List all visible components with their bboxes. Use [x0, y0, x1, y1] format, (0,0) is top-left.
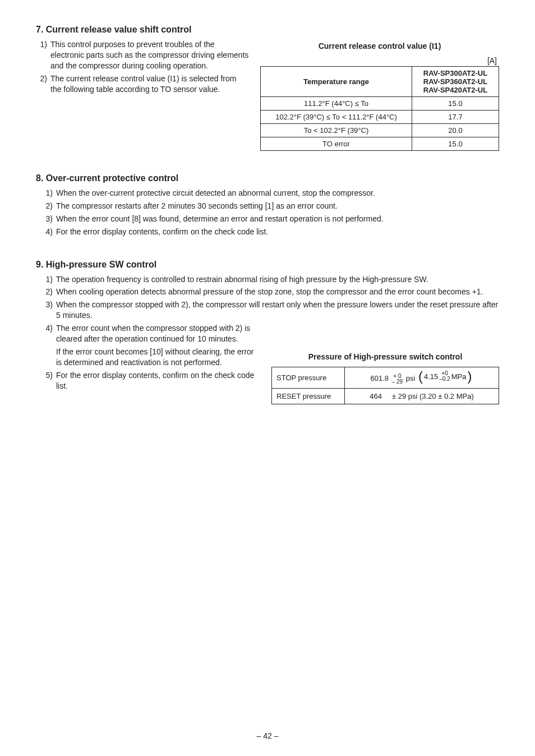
section-9: 9. High-pressure SW control 1) The opera…: [36, 260, 499, 404]
list-num: 5): [41, 370, 56, 391]
pressure-main: 601.8: [370, 374, 389, 382]
section-9-left: 4) The error count when the compressor s…: [36, 323, 271, 404]
list-body: The operation frequency is controlled to…: [56, 274, 499, 285]
section-7-table-area: Current release control value (I1) [A] T…: [260, 39, 499, 151]
list-num: 1): [36, 39, 50, 71]
list-item: 2) When cooling operation detects abnorm…: [41, 287, 499, 297]
pressure-paren-tol: +0 –0.2: [439, 371, 450, 382]
section-7: 7. Current release value shift control 1…: [36, 25, 499, 151]
pressure-stop-value: 601.8 + 0 – 29 psi ( 4.15 +0 –0.2: [345, 367, 499, 389]
table-cell: 111.2°F (44°C) ≤ To: [261, 97, 412, 110]
table-cell: To < 102.2°F (39°C): [261, 124, 412, 137]
table-7-title: Current release control value (I1): [260, 42, 499, 50]
list-body: When the compressor stopped with 2), the…: [56, 299, 499, 321]
list-body: The compressor restarts after 2 minutes …: [56, 201, 499, 211]
list-item: 2) The compressor restarts after 2 minut…: [41, 201, 499, 211]
pressure-paren: ( 4.15 +0 –0.2 MPa ): [417, 371, 473, 382]
pressure-title: Pressure of High-pressure switch control: [271, 352, 499, 361]
paren-right-icon: ): [467, 371, 473, 382]
table-row: Temperature range RAV-SP300AT2-UL RAV-SP…: [261, 67, 499, 97]
pressure-paren-main: 4.15: [424, 372, 438, 381]
list-body: The current release control value (I1) i…: [50, 73, 249, 95]
table-header-line: RAV-SP420AT2-UL: [416, 86, 495, 94]
list-num: 3): [41, 299, 56, 321]
list-item: 2) The current release control value (I1…: [36, 73, 249, 95]
list-body: When the over-current protective circuit…: [56, 188, 499, 199]
list-num: 1): [41, 188, 56, 199]
section-8: 8. Over-current protective control 1) Wh…: [36, 173, 499, 237]
list-item: 3) When the compressor stopped with 2), …: [41, 299, 499, 321]
table-header-line: RAV-SP300AT2-UL: [416, 69, 495, 77]
pressure-reset-label: RESET pressure: [272, 388, 345, 404]
table-7: Temperature range RAV-SP300AT2-UL RAV-SP…: [260, 66, 499, 151]
table-header: RAV-SP300AT2-UL RAV-SP360AT2-UL RAV-SP42…: [412, 67, 499, 97]
list-item: 1) The operation frequency is controlled…: [41, 274, 499, 285]
section-7-list: 1) This control purposes to prevent trou…: [36, 39, 260, 151]
table-header: Temperature range: [261, 67, 412, 97]
pressure-unit: psi: [406, 374, 416, 382]
table-cell: 20.0: [412, 124, 499, 137]
pressure-paren-unit: MPa: [451, 372, 467, 381]
list-num: 4): [41, 227, 56, 237]
list-body: For the error display contents, confirm …: [56, 370, 260, 391]
list-item: 3) When the error count [8] was found, d…: [41, 214, 499, 224]
pressure-table: STOP pressure 601.8 + 0 – 29 psi ( 4.15: [271, 367, 499, 404]
section-9-right: Pressure of High-pressure switch control…: [271, 323, 499, 404]
list-item: 4) The error count when the compressor s…: [41, 323, 260, 368]
table-row: STOP pressure 601.8 + 0 – 29 psi ( 4.15: [272, 367, 499, 389]
table-row: TO error 15.0: [261, 137, 499, 151]
list-item: 4) For the error display contents, confi…: [41, 227, 499, 237]
pressure-stop-label: STOP pressure: [272, 367, 345, 389]
list-body: The error count when the compressor stop…: [56, 323, 260, 368]
table-cell: 15.0: [412, 137, 499, 151]
pressure-reset-value: 464 ± 29 psi (3.20 ± 0.2 MPa): [345, 388, 499, 404]
paren-left-icon: (: [417, 371, 424, 382]
table-7-unit: [A]: [260, 54, 499, 66]
table-header-line: RAV-SP360AT2-UL: [416, 77, 495, 86]
list-body: For the error display contents, confirm …: [56, 227, 499, 237]
list-item: 1) This control purposes to prevent trou…: [36, 39, 249, 71]
list-num: 2): [41, 287, 56, 297]
section-9-title: 9. High-pressure SW control: [36, 260, 499, 270]
pressure-tol-bot: – 29: [392, 379, 403, 385]
list-num: 2): [36, 73, 50, 95]
list-body: When the error count [8] was found, dete…: [56, 214, 499, 224]
section-8-title: 8. Over-current protective control: [36, 173, 499, 183]
list-body-line: The error count when the compressor stop…: [56, 323, 260, 344]
list-body: This control purposes to prevent trouble…: [50, 39, 249, 71]
list-body-line: If the error count becomes [10] without …: [56, 347, 260, 368]
page-number: – 42 –: [0, 731, 535, 740]
pressure-paren-tol-bot: –0.2: [439, 376, 450, 382]
table-row: RESET pressure 464 ± 29 psi (3.20 ± 0.2 …: [272, 388, 499, 404]
list-item: 5) For the error display contents, confi…: [41, 370, 260, 391]
table-cell: 102.2°F (39°C) ≤ To < 111.2°F (44°C): [261, 110, 412, 124]
list-item: 1) When the over-current protective circ…: [41, 188, 499, 199]
table-cell: TO error: [261, 137, 412, 151]
list-num: 3): [41, 214, 56, 224]
table-cell: 15.0: [412, 97, 499, 110]
list-num: 2): [41, 201, 56, 211]
table-row: To < 102.2°F (39°C) 20.0: [261, 124, 499, 137]
list-body: When cooling operation detects abnormal …: [56, 287, 499, 297]
list-num: 4): [41, 323, 56, 368]
list-num: 1): [41, 274, 56, 285]
table-row: 111.2°F (44°C) ≤ To 15.0: [261, 97, 499, 110]
table-row: 102.2°F (39°C) ≤ To < 111.2°F (44°C) 17.…: [261, 110, 499, 124]
table-cell: 17.7: [412, 110, 499, 124]
pressure-tol: + 0 – 29: [392, 374, 403, 385]
section-7-title: 7. Current release value shift control: [36, 25, 499, 35]
